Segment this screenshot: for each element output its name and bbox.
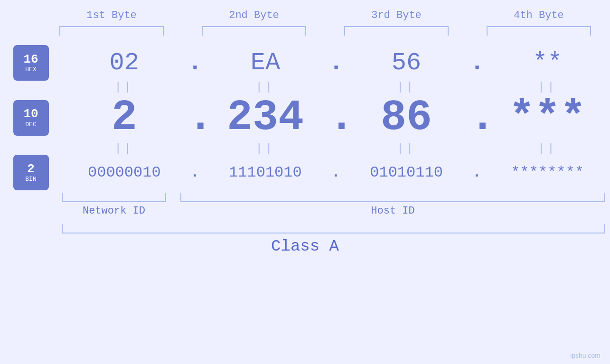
- byte1-header: 1st Byte: [52, 9, 171, 21]
- dec-b2: 234: [213, 93, 318, 142]
- hex-dot1: .: [188, 49, 202, 77]
- eq2-b4: ||: [495, 142, 600, 155]
- bracket-byte4: [487, 26, 591, 36]
- top-brackets: [40, 26, 610, 36]
- eq1-b1: ||: [72, 81, 177, 93]
- byte4-header: 4th Byte: [479, 9, 598, 21]
- bin-dot3: .: [470, 164, 484, 181]
- dec-values: 2 . 234 . 86 . ***: [62, 93, 610, 142]
- bin-b1: 00000010: [72, 164, 177, 181]
- bin-badge-label: BIN: [25, 176, 36, 183]
- dec-dot1: .: [188, 93, 202, 142]
- byte2-header: 2nd Byte: [195, 9, 313, 21]
- hex-badge-col: 16 HEX: [0, 45, 62, 81]
- dec-b1: 2: [72, 93, 177, 142]
- bin-values: 00000010 . 11101010 . 01010110 . *******…: [62, 164, 610, 181]
- dec-b4: ***: [495, 93, 600, 142]
- byte-headers-row: 1st Byte 2nd Byte 3rd Byte 4th Byte: [40, 9, 610, 26]
- bracket-byte1: [59, 26, 164, 36]
- eq1-b2: ||: [213, 81, 318, 93]
- main-container: 1st Byte 2nd Byte 3rd Byte 4th Byte 16 H…: [0, 0, 610, 364]
- dec-badge: 10 DEC: [13, 100, 49, 136]
- hex-row: 16 HEX 02 . EA . 56 . **: [0, 45, 610, 81]
- bin-dot2: .: [328, 164, 343, 181]
- host-id-bracket: [180, 193, 605, 202]
- network-id-bracket: [62, 193, 166, 202]
- watermark: ipshu.com: [570, 352, 601, 359]
- bin-row: 2 BIN 00000010 . 11101010 . 01010110 . *…: [0, 155, 610, 190]
- dec-dot2: .: [328, 93, 343, 142]
- bracket-byte2: [202, 26, 306, 36]
- bracket-byte3: [344, 26, 449, 36]
- bin-badge: 2 BIN: [13, 155, 49, 190]
- bottom-brackets-container: [0, 193, 610, 202]
- id-labels-row: Network ID Host ID: [0, 205, 610, 217]
- bin-badge-number: 2: [27, 162, 35, 176]
- hex-dot2: .: [328, 49, 343, 77]
- eq1-b3: ||: [354, 81, 459, 93]
- eq2-b2: ||: [213, 142, 318, 155]
- bin-dot1: .: [188, 164, 202, 181]
- hex-values: 02 . EA . 56 . **: [62, 49, 610, 77]
- eq2-b3: ||: [354, 142, 459, 155]
- dec-dot3: .: [470, 93, 484, 142]
- hex-badge: 16 HEX: [13, 45, 49, 81]
- eq1-b4: ||: [495, 81, 600, 93]
- equals-row-1: || || || ||: [0, 81, 610, 93]
- hex-dot3: .: [470, 49, 484, 77]
- dec-badge-number: 10: [23, 107, 38, 121]
- equals-row-2: || || || ||: [0, 142, 610, 155]
- hex-badge-number: 16: [23, 53, 38, 66]
- bin-b3: 01010110: [354, 164, 459, 181]
- host-id-label: Host ID: [180, 205, 605, 217]
- byte3-header: 3rd Byte: [337, 9, 456, 21]
- bin-b4: ********: [495, 164, 600, 181]
- class-bracket: [62, 224, 605, 233]
- network-id-label: Network ID: [62, 205, 166, 217]
- hex-b2: EA: [213, 49, 318, 77]
- eq2-b1: ||: [72, 142, 177, 155]
- hex-badge-label: HEX: [25, 66, 36, 73]
- hex-b4: **: [495, 49, 600, 77]
- dec-b3: 86: [354, 93, 459, 142]
- class-label: Class A: [271, 237, 339, 255]
- hex-b3: 56: [354, 49, 459, 77]
- dec-badge-label: DEC: [25, 121, 36, 128]
- bin-badge-col: 2 BIN: [0, 155, 62, 190]
- bin-b2: 11101010: [213, 164, 318, 181]
- hex-b1: 02: [72, 49, 177, 77]
- big-bracket-container: [0, 224, 610, 233]
- dec-row: 10 DEC 2 . 234 . 86 . ***: [0, 93, 610, 142]
- dec-badge-col: 10 DEC: [0, 100, 62, 136]
- class-label-row: Class A: [0, 237, 610, 255]
